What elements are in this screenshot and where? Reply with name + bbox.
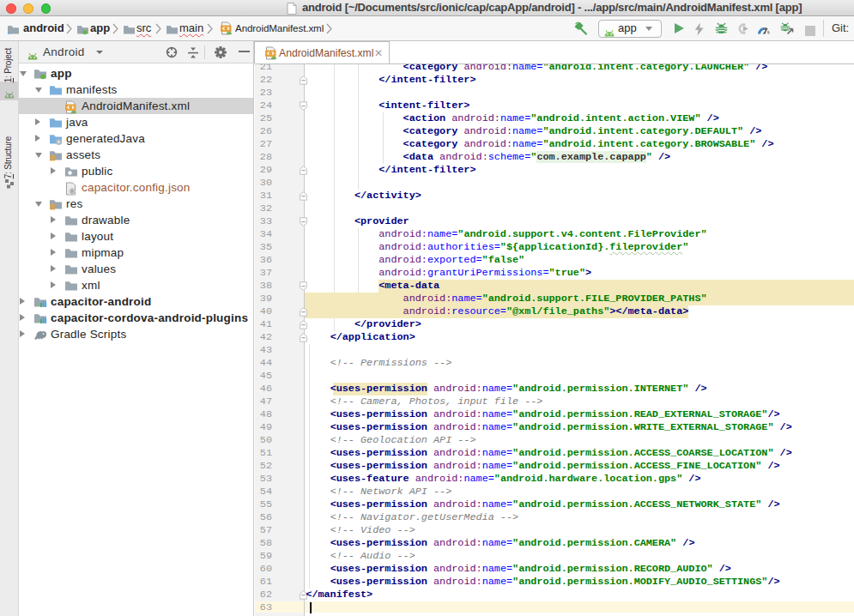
svg-text:{;}: {;}: [69, 188, 76, 195]
